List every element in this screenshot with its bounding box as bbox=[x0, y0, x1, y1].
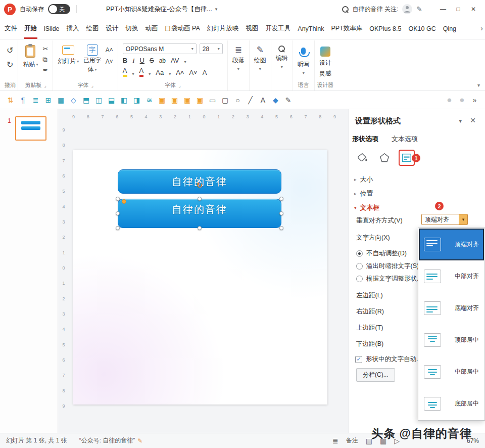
edit-button[interactable]: 编辑 ▾ bbox=[276, 46, 288, 69]
selection-pane-icon[interactable]: ⇅ bbox=[4, 94, 17, 106]
valign-option[interactable]: 底部居中 bbox=[419, 388, 484, 420]
tab-text-options[interactable]: 文本选项 bbox=[392, 135, 418, 144]
theme-circle-1-icon[interactable]: ● bbox=[443, 94, 456, 106]
valign-option[interactable]: 中部居中 bbox=[419, 356, 484, 388]
resize-handle-e[interactable] bbox=[279, 211, 283, 215]
paragraph-button[interactable]: ≣ 段落 ▾ bbox=[232, 46, 245, 71]
used-fonts-button[interactable]: 字 已用字 体▾ bbox=[83, 43, 101, 74]
ribbon-tab[interactable]: 文件 bbox=[1, 18, 21, 39]
double-strikethrough-button[interactable]: ab bbox=[159, 58, 166, 64]
minimize-button[interactable]: — bbox=[435, 3, 451, 16]
slide-thumbnail[interactable] bbox=[15, 116, 46, 141]
align-bottom-icon[interactable]: ⬓ bbox=[105, 94, 118, 106]
ribbon-tab[interactable]: Qing bbox=[440, 18, 460, 39]
tabs-overflow-icon[interactable]: › bbox=[480, 24, 483, 32]
ribbon-tab[interactable]: 幻灯片放映 bbox=[204, 18, 243, 39]
gridlines-icon[interactable]: ⊞ bbox=[42, 94, 55, 106]
valign-option[interactable]: 底端对齐 bbox=[419, 292, 484, 324]
resize-handle-w[interactable] bbox=[116, 211, 120, 215]
ribbon-tab[interactable]: OKPlus 8.5 bbox=[366, 18, 405, 39]
notes-label[interactable]: 备注 bbox=[346, 436, 358, 445]
resize-handle-s[interactable] bbox=[198, 226, 202, 230]
rotate-handle[interactable]: ↻ bbox=[196, 182, 204, 190]
resize-handle-nw[interactable] bbox=[116, 197, 120, 201]
ribbon-tab[interactable]: AnyThink bbox=[294, 18, 327, 39]
columns-button[interactable]: 分栏(C)... bbox=[356, 368, 395, 382]
pen-icon[interactable]: ✎ bbox=[416, 5, 422, 13]
bold-button[interactable]: B bbox=[123, 57, 127, 64]
dialog-launcher-icon[interactable]: ⌟ bbox=[91, 83, 93, 88]
draw-button[interactable]: ✎ 绘图 ▾ bbox=[254, 46, 266, 71]
ribbon-tab[interactable]: 动画 bbox=[142, 18, 162, 39]
decrease-font-button[interactable]: A˅ bbox=[189, 69, 197, 76]
rectangle-shape-icon[interactable]: ▭ bbox=[206, 94, 219, 106]
resize-handle-sw[interactable] bbox=[116, 226, 120, 230]
valign-option[interactable]: 中部对齐 bbox=[419, 260, 484, 292]
ribbon-tab[interactable]: 视图 bbox=[242, 18, 262, 39]
tab-shape-options[interactable]: 形状选项 bbox=[352, 135, 378, 144]
maximize-button[interactable]: □ bbox=[451, 3, 466, 16]
search-icon[interactable] bbox=[342, 6, 349, 13]
align-objects-icon[interactable]: ≣ bbox=[29, 94, 42, 106]
outline-color-tool-icon[interactable]: ▣ bbox=[168, 94, 181, 106]
align-left-icon[interactable]: ◧ bbox=[118, 94, 130, 106]
avatar[interactable] bbox=[402, 4, 412, 14]
text-shape-2-selected[interactable]: 自律的音律 bbox=[118, 199, 281, 228]
close-button[interactable]: ✕ bbox=[466, 3, 481, 16]
change-case-button[interactable]: Aa bbox=[156, 69, 164, 76]
new-slide-button[interactable]: 幻灯片▾ bbox=[58, 43, 79, 74]
paste-button[interactable]: 粘贴▾ bbox=[23, 43, 38, 73]
align-top-icon[interactable]: ⬒ bbox=[80, 94, 92, 106]
dialog-launcher-icon[interactable]: ⌟ bbox=[44, 83, 46, 88]
font-name-select[interactable]: OPPOSans M ▾ bbox=[123, 43, 197, 54]
character-spacing-button[interactable]: AV bbox=[171, 57, 179, 64]
position-section-header[interactable]: ▸ 位置 bbox=[354, 189, 373, 198]
distribute-icon[interactable]: ≋ bbox=[143, 94, 156, 106]
wrap-text-checkbox-row[interactable]: ✓ 形状中的文字自动... bbox=[355, 355, 421, 364]
smart-guides-icon[interactable]: ▦ bbox=[55, 94, 67, 106]
text-box-tool-icon[interactable]: A bbox=[257, 94, 269, 106]
ribbon-tab[interactable]: 绘图 bbox=[83, 18, 103, 39]
more-tools-icon[interactable]: » bbox=[468, 94, 481, 106]
format-painter-icon[interactable]: ✒ bbox=[42, 67, 48, 73]
grow-font-icon[interactable]: A˄ bbox=[106, 47, 113, 54]
ribbon-tab[interactable]: 口袋动画 PA bbox=[162, 18, 204, 39]
resize-handle-n[interactable] bbox=[198, 197, 202, 201]
collapse-ribbon-icon[interactable]: ▾ bbox=[477, 82, 480, 88]
valign-option[interactable]: 顶部居中 bbox=[419, 324, 484, 356]
resize-handle-ne[interactable] bbox=[279, 197, 283, 201]
cut-icon[interactable]: ✂ bbox=[42, 46, 48, 52]
clear-format-button[interactable]: A bbox=[203, 69, 207, 76]
document-title[interactable]: PPT小知识&疑难杂症-公众号【自律... ▾ bbox=[106, 5, 217, 14]
ribbon-tab[interactable]: 开发工具 bbox=[262, 18, 294, 39]
underline-button[interactable]: U bbox=[140, 57, 144, 64]
panel-close-icon[interactable]: ✕ bbox=[470, 116, 476, 124]
align-right-icon[interactable]: ◨ bbox=[130, 94, 143, 106]
format-eraser-icon[interactable]: ◇ bbox=[67, 94, 80, 106]
vertical-alignment-select[interactable]: 顶端对齐 ▾ bbox=[421, 214, 468, 225]
increase-font-button[interactable]: A˄ bbox=[176, 69, 184, 76]
align-middle-icon[interactable]: ◫ bbox=[92, 94, 105, 106]
valign-option[interactable]: 顶端对齐 bbox=[419, 229, 484, 260]
shape-outline-icon[interactable]: ✎ bbox=[282, 94, 295, 106]
resize-handle-se[interactable] bbox=[279, 226, 283, 230]
rounded-rectangle-shape-icon[interactable]: ▢ bbox=[219, 94, 231, 106]
font-size-select[interactable]: 28 ▾ bbox=[200, 43, 223, 54]
radio-shrink-text[interactable]: 溢出时缩排文字(S) bbox=[356, 262, 419, 271]
design-ideas-button[interactable]: 设计 灵感 bbox=[319, 46, 331, 78]
strikethrough-button[interactable]: S bbox=[150, 57, 154, 64]
paragraph-marks-icon[interactable]: ¶ bbox=[17, 94, 29, 106]
ribbon-tab[interactable]: iSlide bbox=[40, 18, 63, 39]
copy-icon[interactable]: ⧉ bbox=[42, 56, 48, 63]
quick-style-tool-icon[interactable]: ▣ bbox=[193, 94, 206, 106]
highlight-color-button[interactable]: A bbox=[123, 67, 127, 76]
dictate-button[interactable]: 听写 ▾ bbox=[298, 46, 310, 75]
ribbon-tab[interactable]: OK10 GC bbox=[405, 18, 439, 39]
oval-shape-icon[interactable]: ○ bbox=[231, 94, 244, 106]
fill-line-icon[interactable] bbox=[354, 150, 370, 166]
font-color-button[interactable]: A bbox=[139, 67, 144, 76]
panel-collapse-icon[interactable]: ▾ bbox=[459, 118, 462, 124]
textbox-section-header[interactable]: ▾ 文本框 bbox=[354, 203, 380, 212]
theme-circle-2-icon[interactable]: ● bbox=[456, 94, 468, 106]
redo-icon[interactable]: ↻ bbox=[7, 61, 13, 69]
